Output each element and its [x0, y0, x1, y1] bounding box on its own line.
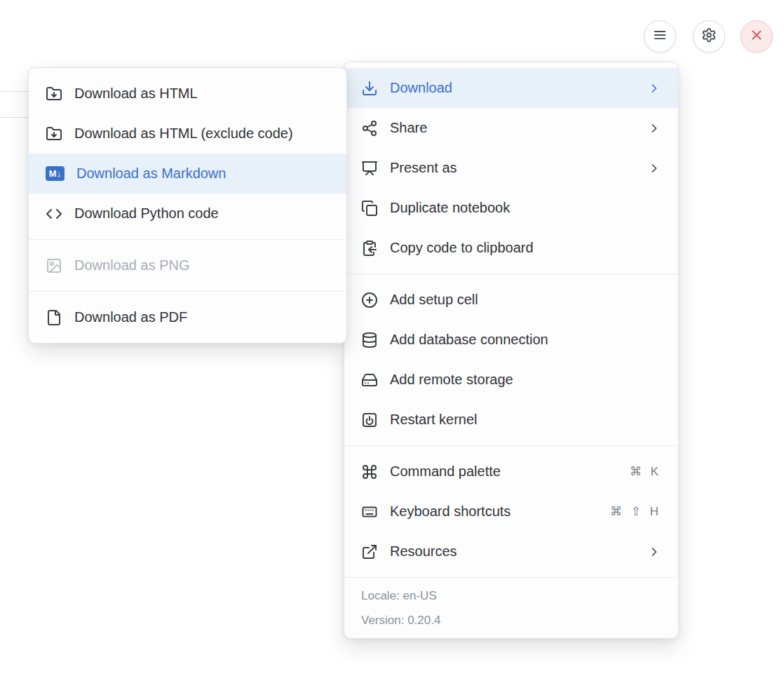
menu-item-duplicate-notebook[interactable]: Duplicate notebook	[344, 188, 678, 228]
circle-plus-icon	[361, 292, 378, 309]
folder-down-icon	[46, 86, 62, 102]
download-icon	[361, 80, 378, 97]
notebook-cell-edge	[0, 91, 29, 92]
menu-item-present-as[interactable]: Present as	[344, 148, 678, 188]
keyboard-icon	[361, 503, 378, 520]
menu-item-label: Download as HTML	[74, 86, 330, 102]
menu-separator	[344, 577, 678, 578]
menu-item-copy-code[interactable]: Copy code to clipboard	[344, 228, 678, 268]
menu-separator	[29, 239, 346, 240]
shortcut-text: ⌘ K	[630, 464, 661, 479]
menu-item-label: Copy code to clipboard	[390, 240, 661, 256]
menu-item-share[interactable]: Share	[344, 108, 678, 148]
menu-item-label: Download as PNG	[74, 257, 330, 273]
command-icon	[361, 464, 378, 480]
menu-item-label: Command palette	[390, 464, 618, 480]
version-text: Version: 0.20.4	[344, 608, 678, 632]
menu-item-add-remote-storage[interactable]: Add remote storage	[344, 360, 678, 400]
menu-item-label: Add setup cell	[390, 292, 661, 308]
menu-item-label: Download as PDF	[74, 309, 330, 325]
power-icon	[361, 412, 378, 428]
folder-down-icon	[46, 126, 62, 142]
settings-button[interactable]	[693, 20, 725, 53]
menu-item-label: Restart kernel	[390, 412, 661, 428]
chevron-right-icon	[647, 81, 661, 95]
clipboard-copy-icon	[361, 240, 378, 257]
submenu-item-download-pdf[interactable]: Download as PDF	[29, 297, 346, 337]
menu-button[interactable]	[644, 20, 676, 53]
chevron-right-icon	[647, 121, 661, 135]
shortcut-text: ⌘ ⇧ H	[610, 504, 661, 519]
locale-text: Locale: en-US	[344, 583, 678, 608]
gear-icon	[701, 27, 717, 46]
menu-item-keyboard-shortcuts[interactable]: Keyboard shortcuts ⌘ ⇧ H	[344, 492, 678, 532]
menu-item-label: Keyboard shortcuts	[390, 503, 598, 520]
menu-item-resources[interactable]: Resources	[344, 532, 678, 571]
file-icon	[46, 309, 62, 326]
close-button[interactable]	[741, 20, 773, 53]
menu-item-label: Duplicate notebook	[390, 200, 661, 216]
menu-item-label: Download as HTML (exclude code)	[74, 126, 330, 142]
share-icon	[361, 120, 378, 137]
chevron-right-icon	[647, 161, 661, 175]
menu-item-label: Resources	[390, 543, 635, 560]
menu-separator	[344, 273, 678, 274]
notebook-cell-edge	[0, 117, 29, 118]
menu-item-download[interactable]: Download	[344, 68, 678, 108]
presentation-icon	[361, 160, 378, 177]
notebook-actions-menu: Download Share Present as Duplicate note…	[344, 62, 679, 639]
chevron-right-icon	[647, 545, 661, 559]
hard-drive-icon	[361, 372, 378, 388]
close-icon	[749, 27, 764, 46]
code-icon	[46, 205, 62, 222]
menu-item-restart-kernel[interactable]: Restart kernel	[344, 400, 678, 440]
menu-item-add-setup-cell[interactable]: Add setup cell	[344, 280, 678, 320]
menu-item-label: Download Python code	[74, 205, 330, 222]
menu-item-label: Add database connection	[390, 332, 661, 348]
menu-item-label: Download	[390, 80, 635, 96]
menu-item-label: Download as Markdown	[76, 165, 330, 182]
database-icon	[361, 332, 378, 349]
download-submenu: Download as HTML Download as HTML (exclu…	[28, 67, 347, 344]
submenu-item-download-markdown[interactable]: M↓ Download as Markdown	[29, 154, 346, 194]
menu-item-add-database-connection[interactable]: Add database connection	[344, 320, 678, 360]
hamburger-icon	[652, 27, 668, 46]
app-background: Download Share Present as Duplicate note…	[0, 0, 784, 690]
menu-item-label: Share	[390, 120, 635, 136]
markdown-badge-icon: M↓	[46, 166, 65, 181]
submenu-item-download-html-exclude-code[interactable]: Download as HTML (exclude code)	[29, 114, 346, 154]
submenu-item-download-html[interactable]: Download as HTML	[29, 74, 346, 114]
menu-separator	[344, 445, 678, 446]
image-icon	[46, 257, 62, 274]
menu-separator	[29, 291, 346, 292]
menu-item-label: Add remote storage	[390, 372, 661, 388]
external-link-icon	[361, 543, 378, 560]
menu-item-command-palette[interactable]: Command palette ⌘ K	[344, 452, 678, 492]
submenu-item-download-python[interactable]: Download Python code	[29, 194, 346, 234]
menu-item-label: Present as	[390, 160, 635, 176]
submenu-item-download-png: Download as PNG	[29, 245, 346, 285]
copy-icon	[361, 200, 378, 217]
